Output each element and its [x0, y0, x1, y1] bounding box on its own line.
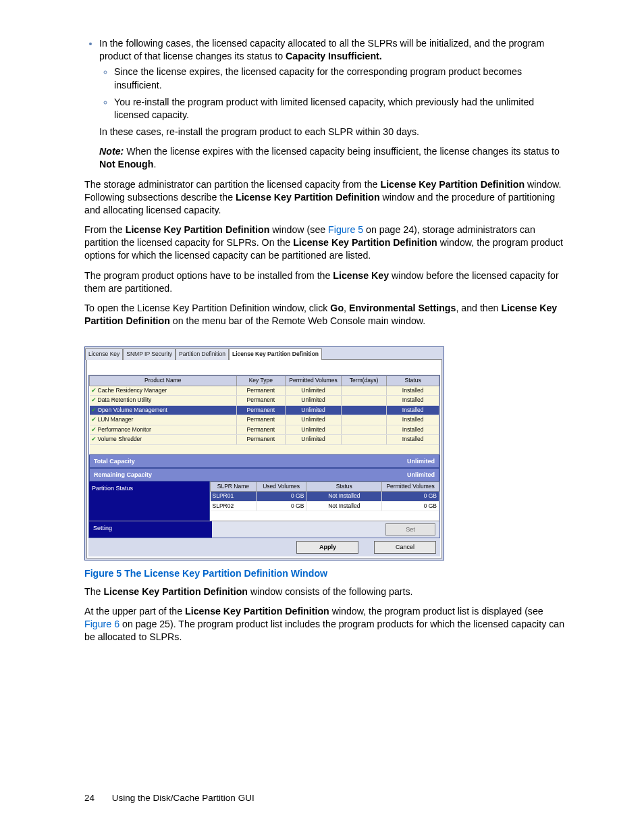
- text-bold: Go: [330, 303, 344, 313]
- cell-product-name: Data Retention Utility: [98, 396, 152, 403]
- text: The storage administrator can partition …: [84, 179, 380, 190]
- col-used-volumes[interactable]: Used Volumes: [256, 481, 306, 491]
- partition-table: SLPR Name Used Volumes Status Permitted …: [210, 481, 439, 521]
- partition-status-panel: Partition Status SLPR Name Used Volumes …: [89, 481, 439, 521]
- text: The program product options have to be i…: [84, 270, 333, 281]
- cell-product-name: LUN Manager: [98, 416, 134, 423]
- table-row[interactable]: Open Volume ManagementPermanentUnlimited…: [90, 405, 439, 415]
- text: When the license expires with the licens…: [124, 146, 560, 157]
- table-row[interactable]: Performance MonitorPermanentUnlimitedIns…: [90, 425, 439, 434]
- label: Remaining Capacity: [94, 471, 152, 479]
- paragraph: The storage administrator can partition …: [84, 178, 570, 217]
- paragraph: The License Key Partition Definition win…: [84, 585, 570, 598]
- apply-button[interactable]: Apply: [296, 541, 358, 553]
- table-row[interactable]: SLPR010 GBNot Installed0 GB: [211, 492, 439, 501]
- window-license-key-partition-definition: License KeySNMP IP SecurityPartition Def…: [84, 346, 444, 560]
- cell-product-name: Cache Residency Manager: [98, 387, 167, 394]
- table-row[interactable]: Data Retention UtilityPermanentUnlimited…: [90, 396, 439, 405]
- col-status[interactable]: Status: [306, 481, 382, 491]
- paragraph: The program product options have to be i…: [84, 269, 570, 295]
- col-product-name[interactable]: Product Name: [90, 376, 237, 386]
- col-permitted-volumes[interactable]: Permitted Volumes: [286, 376, 342, 386]
- table-row[interactable]: Volume ShredderPermanentUnlimitedInstall…: [90, 435, 439, 444]
- paragraph: At the upper part of the License Key Par…: [84, 605, 570, 644]
- value: Unlimited: [407, 457, 435, 465]
- paragraph: From the License Key Partition Definitio…: [84, 224, 570, 263]
- text-bold: Capacity Insufficient.: [286, 51, 382, 61]
- set-button[interactable]: Set: [385, 523, 435, 536]
- panel: Product Name Key Type Permitted Volumes …: [88, 375, 440, 538]
- partition-status-label: Partition Status: [89, 481, 210, 521]
- window-body: Product Name Key Type Permitted Volumes …: [86, 359, 442, 558]
- tab-bar: License KeySNMP IP SecurityPartition Def…: [85, 347, 444, 359]
- text: window (see: [269, 224, 328, 235]
- text: At the upper part of the: [84, 606, 185, 617]
- col-term-days[interactable]: Term(days): [341, 376, 386, 386]
- text: window consists of the following parts.: [248, 586, 412, 597]
- tab-partition-definition[interactable]: Partition Definition: [176, 348, 229, 359]
- table-row[interactable]: Cache Residency ManagerPermanentUnlimite…: [90, 386, 439, 395]
- bullet-list-l1: In the following cases, the licensed cap…: [84, 37, 570, 172]
- paragraph: To open the License Key Partition Defini…: [84, 302, 570, 328]
- text: To open the License Key Partition Defini…: [84, 303, 330, 313]
- check-icon: [91, 416, 97, 421]
- table-row[interactable]: SLPR020 GBNot Installed0 GB: [211, 501, 439, 511]
- text: on page 25). The program product list in…: [84, 619, 564, 642]
- text: The: [84, 586, 103, 597]
- note-paragraph: Note: When the license expires with the …: [99, 145, 570, 171]
- text-bold: Not Enough: [99, 159, 153, 170]
- page-number: 24: [84, 793, 95, 803]
- list-item: You re-install the program product with …: [114, 96, 570, 122]
- check-icon: [91, 436, 97, 441]
- text: on the menu bar of the Remote Web Consol…: [170, 315, 425, 326]
- text: ,: [344, 303, 349, 313]
- figure-link[interactable]: Figure 5: [328, 224, 363, 235]
- col-permitted-volumes[interactable]: Permitted Volumes: [382, 481, 439, 491]
- text-bold: Environmental Settings: [349, 303, 456, 313]
- check-icon: [91, 387, 97, 392]
- table-row[interactable]: LUN ManagerPermanentUnlimitedInstalled: [90, 415, 439, 425]
- setting-row: Setting Set: [89, 521, 439, 538]
- text: .: [153, 159, 156, 170]
- tab-license-key-partition-definition[interactable]: License Key Partition Definition: [229, 348, 322, 359]
- list-item: In the following cases, the licensed cap…: [99, 37, 570, 172]
- label: Total Capacity: [94, 457, 135, 465]
- text: , and then: [456, 303, 501, 313]
- text-bold: License Key Partition Definition: [293, 237, 437, 248]
- check-icon: [91, 407, 97, 412]
- text-bold: License Key Partition Definition: [380, 179, 525, 190]
- tab-snmp-ip-security[interactable]: SNMP IP Security: [123, 348, 176, 359]
- text-bold: License Key Partition Definition: [185, 606, 329, 617]
- cell-product-name: Volume Shredder: [98, 436, 142, 442]
- cell-product-name: Performance Monitor: [98, 426, 151, 433]
- page-footer: 24 Using the Disk/Cache Partition GUI: [84, 792, 570, 804]
- table-header-row: Product Name Key Type Permitted Volumes …: [90, 376, 439, 386]
- value: Unlimited: [407, 471, 435, 479]
- band-total-capacity: Total Capacity Unlimited: [89, 454, 439, 468]
- col-key-type[interactable]: Key Type: [236, 376, 286, 386]
- list-item: Since the license expires, the licensed …: [114, 66, 570, 91]
- bottom-button-bar: Apply Cancel: [88, 538, 440, 556]
- check-icon: [91, 396, 97, 402]
- text-bold: License Key Partition Definition: [236, 192, 380, 203]
- col-slpr-name[interactable]: SLPR Name: [211, 481, 257, 491]
- text-bold: License Key Partition Definition: [126, 224, 270, 235]
- table-header-row: SLPR Name Used Volumes Status Permitted …: [211, 481, 439, 491]
- setting-label: Setting: [89, 521, 212, 538]
- tab-license-key[interactable]: License Key: [85, 348, 123, 359]
- text: window, the program product list is disp…: [329, 606, 543, 617]
- text: From the: [84, 224, 126, 235]
- check-icon: [91, 426, 97, 432]
- bullet-list-l2: Since the license expires, the licensed …: [99, 66, 570, 122]
- text: In these cases, re-install the program p…: [99, 126, 570, 138]
- figure-link[interactable]: Figure 6: [84, 619, 119, 629]
- text-bold: License Key: [333, 270, 389, 281]
- footer-section: Using the Disk/Cache Partition GUI: [112, 793, 254, 803]
- figure-screenshot: License KeySNMP IP SecurityPartition Def…: [84, 346, 570, 560]
- product-table: Product Name Key Type Permitted Volumes …: [89, 375, 439, 454]
- band-remaining-capacity: Remaining Capacity Unlimited: [89, 468, 439, 481]
- cancel-button[interactable]: Cancel: [374, 541, 436, 553]
- text-bold: License Key Partition Definition: [103, 586, 248, 597]
- col-status[interactable]: Status: [387, 376, 439, 386]
- note-label: Note:: [99, 146, 124, 157]
